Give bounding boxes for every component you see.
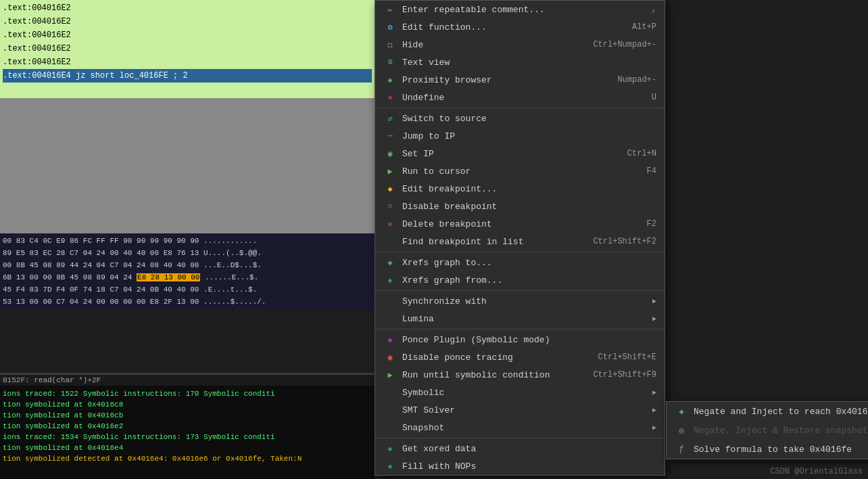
snapshot-icon	[383, 422, 397, 433]
synchronize-with-arrow: ▶	[652, 297, 656, 305]
menu-item-edit-breakpoint[interactable]: ◆Edit breakpoint...	[375, 180, 665, 198]
switch-to-source-icon: ⇄	[383, 113, 397, 124]
edit-function-shortcut: Alt+P	[632, 22, 656, 32]
get-xored-data-icon: ◈	[383, 443, 397, 454]
disasm-code-area: .text:004016E2 .text:004016E2 .text:0040…	[0, 0, 375, 98]
undefine-shortcut: U	[652, 93, 656, 102]
menu-item-edit-function[interactable]: ⚙Edit function...Alt+P	[375, 18, 665, 36]
disasm-line-1: .text:004016E2	[3, 1, 372, 15]
run-to-cursor-icon: ▶	[383, 166, 397, 177]
disasm-line-3: .text:004016E2	[3, 28, 372, 42]
menu-item-undefine[interactable]: ✕UndefineU	[375, 89, 665, 106]
edit-function-label: Edit function...	[402, 22, 619, 32]
symbolic-arrow: ▶	[652, 388, 656, 396]
set-ip-icon: ◉	[383, 148, 397, 159]
smt-item-solve-formula[interactable]: ƒSolve formula to take 0x4016fe	[667, 440, 868, 459]
menu-separator	[375, 329, 665, 329]
disable-breakpoint-label: Disable breakpoint	[402, 202, 656, 212]
menu-item-xrefs-graph-to[interactable]: ◈Xrefs graph to...	[375, 254, 665, 271]
smt-solver-label: SMT Solver	[402, 405, 647, 415]
hex-status-text: 0152F: read(char *)+2F	[3, 376, 101, 384]
context-menu: ✏Enter repeatable comment...,⚙Edit funct…	[375, 0, 665, 476]
menu-item-delete-breakpoint[interactable]: ✕Delete breakpointF2	[375, 215, 665, 233]
menu-item-get-xored-data[interactable]: ◈Get xored data	[375, 440, 665, 457]
menu-item-proximity-browser[interactable]: ◈Proximity browserNumpad+-	[375, 71, 665, 89]
text-view-label: Text view	[402, 58, 656, 68]
menu-item-disable-breakpoint[interactable]: ○Disable breakpoint	[375, 198, 665, 215]
log-area: ions traced: 1522 Symbolic instructions:…	[0, 386, 375, 479]
edit-breakpoint-label: Edit breakpoint...	[402, 184, 656, 194]
switch-to-source-label: Switch to source	[402, 114, 656, 124]
edit-function-icon: ⚙	[383, 22, 397, 32]
solve-formula-icon: ƒ	[675, 444, 688, 454]
menu-item-lumina[interactable]: Lumina▶	[375, 310, 665, 327]
log-line-1: ions traced: 1522 Symbolic instructions:…	[3, 388, 372, 399]
delete-breakpoint-icon: ✕	[383, 219, 397, 229]
log-line-4: tion symbolized at 0x4016e2	[3, 421, 372, 432]
snapshot-label: Snapshot	[402, 423, 647, 433]
menu-separator	[375, 108, 665, 108]
delete-breakpoint-shortcut: F2	[647, 219, 656, 229]
undefine-label: Undefine	[402, 93, 638, 103]
text-view-icon: ≡	[383, 57, 397, 68]
menu-item-set-ip[interactable]: ◉Set IPCtrl+N	[375, 145, 665, 162]
jump-to-ip-label: Jump to IP	[402, 131, 656, 141]
menu-item-find-breakpoint[interactable]: Find breakpoint in listCtrl+Shift+F2	[375, 233, 665, 250]
smt-item-negate-inject[interactable]: ◈Negate and Inject to reach 0x4016fe	[667, 402, 868, 421]
menu-item-smt-solver[interactable]: SMT Solver▶◈Negate and Inject to reach 0…	[375, 401, 665, 419]
disasm-line-4: .text:004016E2	[3, 42, 372, 55]
disassembly-panel: .text:004016E2 .text:004016E2 .text:0040…	[0, 0, 375, 479]
menu-item-ponce-plugin[interactable]: ◈Ponce Plugin (Symbolic mode)	[375, 331, 665, 348]
menu-item-disable-ponce-tracing[interactable]: ◉Disable ponce tracingCtrl+Shift+E	[375, 348, 665, 366]
smt-solver-arrow: ▶	[652, 406, 656, 414]
fill-with-nops-label: Fill with NOPs	[402, 461, 656, 472]
disasm-line-5: .text:004016E2	[3, 55, 372, 69]
lumina-label: Lumina	[402, 314, 647, 324]
disable-ponce-tracing-label: Disable ponce tracing	[402, 352, 585, 363]
run-to-cursor-label: Run to cursor	[402, 166, 633, 177]
run-until-symbolic-icon: ▶	[383, 369, 397, 380]
menu-item-hide[interactable]: ◻HideCtrl+Numpad+-	[375, 36, 665, 53]
run-until-symbolic-shortcut: Ctrl+Shift+F9	[593, 370, 656, 380]
edit-breakpoint-icon: ◆	[383, 183, 397, 194]
solve-formula-label: Solve formula to take 0x4016fe	[694, 444, 852, 455]
log-line-3: tion symbolized at 0x4016cb	[3, 410, 372, 421]
watermark: CSDN @OrientalGlass	[770, 467, 863, 476]
enter-repeatable-comment-shortcut: ,	[652, 5, 656, 14]
enter-repeatable-comment-icon: ✏	[383, 4, 397, 15]
jump-to-ip-icon: →	[383, 131, 397, 141]
menu-item-symbolic[interactable]: Symbolic▶	[375, 384, 665, 401]
snapshot-arrow: ▶	[652, 424, 656, 432]
run-until-symbolic-label: Run until symbolic condition	[402, 370, 579, 380]
menu-item-switch-to-source[interactable]: ⇄Switch to source	[375, 110, 665, 127]
smt-solver-icon	[383, 405, 397, 415]
hide-icon: ◻	[383, 39, 397, 50]
menu-item-run-to-cursor[interactable]: ▶Run to cursorF4	[375, 162, 665, 180]
hide-label: Hide	[402, 40, 579, 50]
menu-item-snapshot[interactable]: Snapshot▶	[375, 419, 665, 436]
synchronize-with-icon	[383, 296, 397, 306]
xrefs-graph-to-label: Xrefs graph to...	[402, 258, 656, 268]
menu-item-fill-with-nops[interactable]: ◈Fill with NOPs	[375, 457, 665, 475]
menu-item-xrefs-graph-from[interactable]: ◈Xrefs graph from...	[375, 271, 665, 289]
enter-repeatable-comment-label: Enter repeatable comment...	[402, 5, 638, 15]
hex-line-5: 45 F4 83 7D F4 0F 74 18 C7 04 24 0B 40 4…	[3, 283, 372, 296]
synchronize-with-label: Synchronize with	[402, 296, 647, 306]
menu-item-synchronize-with[interactable]: Synchronize with▶	[375, 292, 665, 310]
disable-ponce-tracing-icon: ◉	[383, 352, 397, 363]
run-to-cursor-shortcut: F4	[647, 166, 656, 176]
negate-inject-icon: ◈	[675, 407, 688, 417]
hex-line-1: 00 83 C4 0C E9 86 FC FF FF 90 90 90 90 9…	[3, 235, 372, 247]
menu-item-jump-to-ip[interactable]: →Jump to IP	[375, 127, 665, 145]
fill-with-nops-icon: ◈	[383, 461, 397, 472]
menu-item-enter-repeatable-comment[interactable]: ✏Enter repeatable comment...,	[375, 1, 665, 18]
xrefs-graph-to-icon: ◈	[383, 257, 397, 268]
negate-inject-label: Negate and Inject to reach 0x4016fe	[694, 407, 868, 417]
menu-item-run-until-symbolic[interactable]: ▶Run until symbolic conditionCtrl+Shift+…	[375, 366, 665, 384]
find-breakpoint-shortcut: Ctrl+Shift+F2	[593, 237, 656, 246]
hex-line-6: 53 13 00 00 C7 04 24 00 00 00 00 E8 2F 1…	[3, 296, 372, 308]
menu-item-text-view[interactable]: ≡Text view	[375, 53, 665, 71]
proximity-browser-label: Proximity browser	[402, 75, 604, 85]
negate-inject-restore-icon: ◎	[675, 426, 688, 436]
symbolic-icon	[383, 387, 397, 398]
